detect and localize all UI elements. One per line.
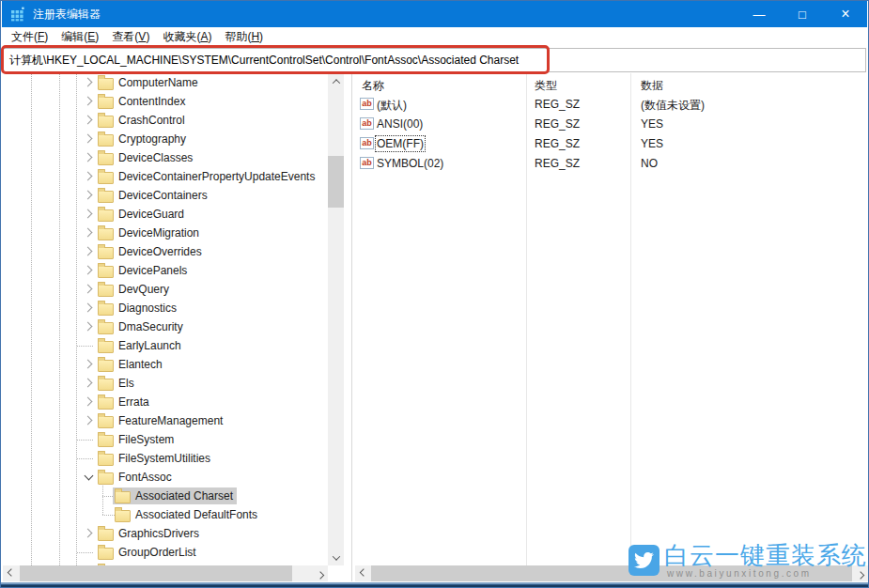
chevron-right-icon[interactable] <box>84 266 93 275</box>
tree-item[interactable]: Associated Charset <box>3 487 328 505</box>
tree-item[interactable]: FeatureManagement <box>3 411 328 430</box>
maximize-icon: □ <box>799 8 806 21</box>
registry-editor-window: 注册表编辑器 — □ × 文件(F)编辑(E)查看(V)收藏夹(A)帮助(H) … <box>0 0 869 588</box>
tree-item[interactable]: DeviceClasses <box>3 148 328 167</box>
close-button[interactable]: × <box>824 1 867 27</box>
tree-item[interactable]: DeviceContainers <box>3 186 328 205</box>
chevron-right-icon[interactable] <box>84 360 93 369</box>
scroll-down-arrow-icon[interactable] <box>328 549 344 565</box>
chevron-right-icon[interactable] <box>84 322 93 332</box>
tree-item[interactable]: Errata <box>3 393 328 411</box>
folder-icon <box>98 116 114 128</box>
tree-item[interactable]: DeviceGuard <box>3 205 328 224</box>
chevron-down-icon[interactable] <box>85 472 94 481</box>
column-header-type[interactable]: 类型 <box>535 78 557 94</box>
tree-item[interactable]: GroupOrderList <box>3 543 328 562</box>
list-rows: ab(默认)REG_SZ(数值未设置)abANSI(00)REG_SZYESab… <box>355 95 868 174</box>
tree-item[interactable]: FontAssoc <box>3 468 328 487</box>
menu-item-e[interactable]: 编辑(E) <box>54 27 105 47</box>
scrollbar-thumb[interactable] <box>328 156 344 208</box>
chevron-right-icon[interactable] <box>84 191 93 200</box>
menu-item-v[interactable]: 查看(V) <box>105 27 156 47</box>
menu-item-label: ) <box>146 30 149 43</box>
chevron-right-icon[interactable] <box>84 172 93 181</box>
column-header-name[interactable]: 名称 <box>362 78 384 94</box>
scroll-right-arrow-icon[interactable] <box>312 565 328 581</box>
folder-icon <box>98 247 114 259</box>
scroll-up-arrow-icon[interactable] <box>328 73 344 89</box>
tree-horizontal-scrollbar[interactable] <box>3 565 328 581</box>
address-bar-input[interactable]: 计算机\HKEY_LOCAL_MACHINE\SYSTEM\CurrentCon… <box>3 48 866 72</box>
list-row[interactable]: abANSI(00)REG_SZYES <box>355 115 868 134</box>
tree-item[interactable]: DeviceContainerPropertyUpdateEvents <box>3 167 328 186</box>
chevron-right-icon[interactable] <box>84 116 93 125</box>
chevron-right-icon[interactable] <box>84 78 93 87</box>
tree-item-core: Diagnostics <box>96 300 180 317</box>
tree-item[interactable]: Associated DefaultFonts <box>3 505 328 524</box>
tree-item-label: ComputerName <box>118 76 198 89</box>
value-name-cell[interactable]: SYMBOL(02) <box>377 157 443 170</box>
chevron-right-icon[interactable] <box>84 209 93 219</box>
menu-item-label: ) <box>208 30 211 43</box>
chevron-right-icon[interactable] <box>84 153 93 162</box>
tree-item[interactable]: ContentIndex <box>3 92 328 111</box>
scroll-left-arrow-icon[interactable] <box>355 565 371 581</box>
tree-item[interactable]: Diagnostics <box>3 299 328 317</box>
menu-item-label: ) <box>95 30 99 43</box>
tree-item[interactable]: Elantech <box>3 355 328 374</box>
tree-item[interactable]: DeviceMigration <box>3 224 328 242</box>
scroll-left-arrow-icon[interactable] <box>3 565 19 581</box>
folder-icon <box>98 379 114 391</box>
tree-item[interactable]: DmaSecurity <box>3 317 328 336</box>
folder-icon <box>98 134 114 147</box>
chevron-right-icon[interactable] <box>84 285 93 294</box>
tree-item-core: DeviceGuard <box>96 206 188 223</box>
tree-item-label: DeviceMigration <box>118 226 199 240</box>
tree-item[interactable]: FileSystemUtilities <box>3 449 328 468</box>
value-name-cell[interactable]: OEM(FF) <box>377 137 424 150</box>
chevron-right-icon[interactable] <box>84 97 93 106</box>
tree-item[interactable]: FileSystem <box>3 430 328 449</box>
column-header-data[interactable]: 数据 <box>641 78 663 94</box>
value-type-cell: REG_SZ <box>535 137 580 150</box>
tree-item[interactable]: DevQuery <box>3 280 328 299</box>
tree-item[interactable]: GraphicsDrivers <box>3 524 328 543</box>
menu-item-h[interactable]: 帮助(H) <box>218 27 270 47</box>
tree-item-core: DmaSecurity <box>96 318 187 335</box>
folder-icon <box>98 322 114 334</box>
tree-item[interactable]: DevicePanels <box>3 261 328 280</box>
chevron-right-icon[interactable] <box>84 379 93 388</box>
chevron-right-icon[interactable] <box>84 416 93 426</box>
value-name-cell[interactable]: (默认) <box>377 98 407 114</box>
tree-item-label: Associated Charset <box>135 489 233 503</box>
chevron-right-icon[interactable] <box>84 397 93 407</box>
chevron-right-icon[interactable] <box>84 247 93 256</box>
tree-item[interactable]: CrashControl <box>3 111 328 130</box>
tree-item-label: CrashControl <box>118 114 185 127</box>
tree-item[interactable]: Els <box>3 374 328 393</box>
tree-item[interactable]: Cryptography <box>3 130 328 148</box>
chevron-right-icon[interactable] <box>84 303 93 313</box>
minimize-button[interactable]: — <box>737 1 781 27</box>
maximize-button[interactable]: □ <box>781 1 824 27</box>
list-row[interactable]: ab(默认)REG_SZ(数值未设置) <box>355 95 868 115</box>
menu-item-mnemonic: H <box>251 30 259 43</box>
tree-item[interactable]: ComputerName <box>3 73 328 92</box>
list-row[interactable]: abSYMBOL(02)REG_SZNO <box>355 154 868 174</box>
chevron-right-icon[interactable] <box>84 529 93 538</box>
menu-item-f[interactable]: 文件(F) <box>5 27 54 47</box>
tree-item-core: Els <box>96 375 138 392</box>
pane-divider[interactable] <box>351 73 352 581</box>
chevron-right-icon[interactable] <box>84 228 93 238</box>
folder-icon <box>98 472 114 485</box>
folder-icon <box>98 548 114 560</box>
close-icon: × <box>841 7 849 22</box>
list-row[interactable]: abOEM(FF)REG_SZYES <box>355 134 868 154</box>
value-name-cell[interactable]: ANSI(00) <box>377 117 423 131</box>
scrollbar-thumb[interactable] <box>20 565 292 581</box>
tree-item[interactable]: EarlyLaunch <box>3 336 328 355</box>
tree-vertical-scrollbar[interactable] <box>328 73 344 565</box>
tree-item[interactable]: DeviceOverrides <box>3 242 328 261</box>
chevron-right-icon[interactable] <box>84 134 93 144</box>
menu-item-a[interactable]: 收藏夹(A) <box>156 27 218 47</box>
